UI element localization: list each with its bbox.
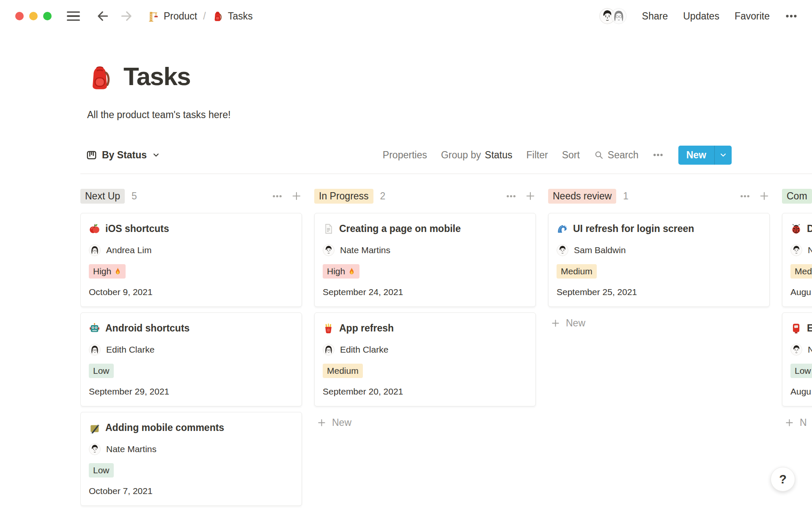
priority-badge: Low	[89, 364, 114, 378]
more-options-icon[interactable]	[785, 10, 798, 22]
add-card-button[interactable]: New	[548, 312, 770, 334]
column-badge[interactable]: Com	[782, 189, 812, 204]
assignee-avatar	[323, 344, 335, 356]
search-icon	[594, 150, 604, 160]
help-button[interactable]: ?	[771, 467, 795, 491]
column-needs-review: Needs review 1 UI refresh for login scre…	[548, 188, 770, 508]
card-assignee: Sam Baldwin	[557, 244, 761, 256]
filter-button[interactable]: Filter	[527, 149, 548, 161]
card-assignee: N	[790, 244, 812, 256]
fries-icon	[323, 323, 334, 334]
card-date: September 24, 2021	[323, 287, 527, 298]
properties-button[interactable]: Properties	[383, 149, 427, 161]
assignee-name: Nate Martins	[340, 245, 390, 255]
plus-icon	[785, 418, 794, 428]
group-by-button[interactable]: Group by Status	[441, 149, 513, 161]
plus-icon	[551, 318, 560, 328]
toolbar-more-icon[interactable]	[653, 149, 664, 160]
add-card-label: New	[566, 318, 585, 329]
breadcrumb-item-product[interactable]: Product	[147, 10, 197, 22]
card-title: iOS shortcuts	[105, 222, 169, 235]
backpack-icon	[212, 11, 223, 22]
assignee-avatar	[89, 244, 101, 256]
sort-button[interactable]: Sort	[562, 149, 580, 161]
card-title: Creating a page on mobile	[339, 222, 461, 235]
breadcrumb-item-tasks[interactable]: Tasks	[212, 11, 253, 22]
sidebar-toggle-icon[interactable]	[67, 11, 80, 21]
view-label: By Status	[102, 149, 147, 161]
updates-button[interactable]: Updates	[683, 11, 719, 22]
column-add-icon[interactable]	[291, 190, 302, 202]
favorite-button[interactable]: Favorite	[735, 11, 770, 22]
card-assignee: Edith Clarke	[89, 344, 294, 356]
assignee-avatar	[790, 344, 802, 356]
minimize-window-button[interactable]	[29, 12, 38, 20]
assignee-avatar	[89, 443, 101, 455]
back-arrow-icon[interactable]	[96, 9, 110, 23]
task-card[interactable]: App refresh Edith Clarke Medium Septembe…	[314, 312, 536, 406]
share-button[interactable]: Share	[642, 11, 668, 22]
column-badge[interactable]: Next Up	[80, 189, 125, 204]
new-button[interactable]: New	[678, 146, 732, 165]
column-more-icon[interactable]	[506, 191, 516, 202]
collaborator-avatars[interactable]	[599, 8, 627, 24]
column-add-icon[interactable]	[525, 190, 536, 202]
task-card[interactable]: D N Med Augu	[782, 213, 812, 307]
card-date: October 9, 2021	[89, 287, 294, 298]
priority-badge: High	[89, 264, 126, 279]
task-card[interactable]: Android shortcuts Edith Clarke Low Septe…	[80, 312, 302, 406]
priority-badge: High	[323, 264, 359, 279]
fire-icon	[348, 267, 355, 276]
forward-arrow-icon[interactable]	[120, 9, 133, 23]
column-header: Com	[782, 188, 812, 204]
assignee-name: N	[808, 345, 812, 355]
page-icon	[323, 223, 334, 235]
column-more-icon[interactable]	[740, 191, 750, 202]
task-card[interactable]: E N Low Augu	[782, 312, 812, 406]
new-button-label[interactable]: New	[678, 146, 714, 165]
breadcrumb: Product / Tasks	[147, 10, 252, 22]
topbar-actions: Share Updates Favorite	[599, 8, 798, 24]
view-selector[interactable]: By Status	[86, 149, 161, 161]
card-title: App refresh	[339, 322, 394, 334]
card-assignee: Edith Clarke	[323, 344, 527, 356]
column-more-icon[interactable]	[272, 191, 283, 202]
add-card-button[interactable]: N	[782, 412, 812, 433]
ladybug-icon	[790, 223, 802, 235]
priority-badge: Medium	[323, 364, 363, 378]
assignee-avatar	[323, 244, 335, 256]
task-card[interactable]: UI refresh for login screen Sam Baldwin …	[548, 213, 770, 307]
priority-badge: Low	[790, 364, 812, 378]
card-date: October 7, 2021	[89, 486, 294, 497]
maximize-window-button[interactable]	[43, 12, 52, 20]
breadcrumb-label: Product	[164, 11, 197, 22]
assignee-name: Nate Martins	[106, 444, 156, 454]
assignee-name: N	[808, 245, 812, 255]
card-assignee: Nate Martins	[323, 244, 527, 256]
column-add-icon[interactable]	[759, 190, 770, 202]
column-completed: Com D N Med Augu E	[782, 188, 812, 508]
column-count: 5	[132, 190, 137, 202]
page-title[interactable]: Tasks	[123, 62, 190, 91]
apple-icon	[89, 223, 100, 235]
add-card-button[interactable]: New	[314, 412, 536, 433]
column-badge[interactable]: In Progress	[314, 189, 373, 204]
search-button[interactable]: Search	[594, 149, 639, 161]
collaborator-avatar-woman[interactable]	[611, 8, 627, 24]
view-toolbar: By Status Properties Group by Status Fil…	[86, 143, 732, 167]
add-card-label: New	[332, 417, 351, 428]
column-badge[interactable]: Needs review	[548, 189, 616, 204]
close-window-button[interactable]	[15, 12, 24, 20]
task-card[interactable]: Adding mobile comments Nate Martins Low …	[80, 412, 302, 506]
assignee-avatar	[89, 344, 101, 356]
plus-icon	[317, 418, 326, 428]
card-title: Android shortcuts	[105, 322, 189, 334]
task-card[interactable]: iOS shortcuts Andrea Lim High October 9,…	[80, 213, 302, 307]
column-header: Needs review 1	[548, 188, 770, 204]
breadcrumb-label: Tasks	[228, 11, 253, 22]
task-card[interactable]: Creating a page on mobile Nate Martins H…	[314, 213, 536, 307]
card-title: UI refresh for login screen	[573, 222, 694, 235]
chevron-down-icon[interactable]	[715, 150, 732, 160]
page-description[interactable]: All the product team's tasks here!	[87, 109, 230, 121]
card-title: Adding mobile comments	[105, 421, 224, 434]
